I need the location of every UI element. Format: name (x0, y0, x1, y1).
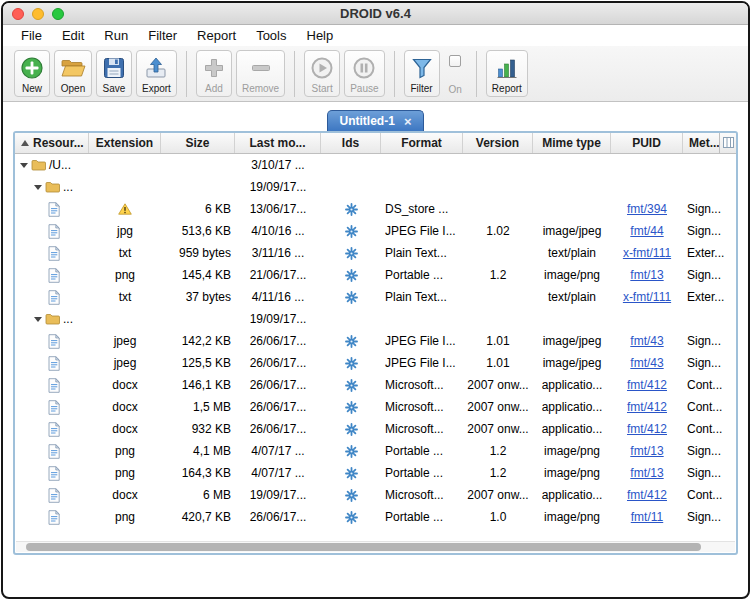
puid-link[interactable]: fmt/44 (630, 224, 663, 238)
column-header-format[interactable]: Format (381, 133, 463, 153)
column-header-resource[interactable]: Resour... (15, 133, 89, 153)
ids-cell (321, 352, 381, 374)
format-cell: JPEG File I... (381, 330, 463, 352)
puid-link[interactable]: fmt/412 (627, 400, 667, 414)
column-header-version[interactable]: Version (463, 133, 533, 153)
save-button[interactable]: Save (96, 50, 132, 97)
puid-link[interactable]: fmt/13 (630, 444, 663, 458)
file-row[interactable]: txt959 bytes3/11/16 ...Plain Text...text… (15, 242, 736, 264)
file-row[interactable]: jpg513,6 KB4/10/16 ...JPEG File I...1.02… (15, 220, 736, 242)
column-control-button[interactable] (719, 133, 736, 153)
file-row[interactable]: txt37 bytes4/11/16 ...Plain Text...text/… (15, 286, 736, 308)
puid-link[interactable]: x-fmt/111 (623, 246, 671, 260)
file-row[interactable]: 6 KB13/06/17...DS_store ...fmt/394Sign..… (15, 198, 736, 220)
export-button[interactable]: Export (136, 50, 177, 97)
table-body: /U...3/10/17 ......19/09/17...6 KB13/06/… (15, 154, 736, 541)
folder-row[interactable]: ...19/09/17... (15, 176, 736, 198)
size-cell: 125,5 KB (161, 352, 235, 374)
file-row[interactable]: docx146,1 KB26/06/17...Microsoft...2007 … (15, 374, 736, 396)
folder-row[interactable]: /U...3/10/17 ... (15, 154, 736, 176)
expand-arrow-icon[interactable] (20, 163, 28, 168)
menu-edit[interactable]: Edit (52, 28, 94, 43)
version-cell: 2007 onw... (463, 484, 533, 506)
checkbox-icon[interactable] (449, 55, 461, 67)
column-header-label: Extension (96, 136, 153, 150)
menu-help[interactable]: Help (297, 28, 344, 43)
column-header-label: Last mo... (249, 136, 305, 150)
file-row[interactable]: jpeg125,5 KB26/06/17...JPEG File I...1.0… (15, 352, 736, 374)
resource-cell (15, 462, 89, 484)
tab-untitled-1[interactable]: Untitled-1 × (327, 110, 425, 131)
column-header-last-modified[interactable]: Last mo... (235, 133, 321, 153)
column-header-ids[interactable]: Ids (321, 133, 381, 153)
last-modified-cell: 26/06/17... (235, 506, 321, 528)
size-cell: 932 KB (161, 418, 235, 440)
resource-name: /U... (49, 158, 71, 172)
column-header-size[interactable]: Size (161, 133, 235, 153)
method-cell: Exter... (683, 242, 736, 264)
puid-link[interactable]: fmt/13 (630, 466, 663, 480)
minimize-window-button[interactable] (32, 8, 44, 20)
version-cell (463, 154, 533, 176)
file-row[interactable]: png420,7 KB26/06/17...Portable ...1.0ima… (15, 506, 736, 528)
format-cell (381, 308, 463, 330)
method-cell: Sign... (683, 440, 736, 462)
file-row[interactable]: png145,4 KB21/06/17...Portable ...1.2ima… (15, 264, 736, 286)
size-cell: 142,2 KB (161, 330, 235, 352)
puid-link[interactable]: fmt/412 (627, 488, 667, 502)
ids-cell (321, 418, 381, 440)
puid-link[interactable]: fmt/412 (627, 378, 667, 392)
file-icon (48, 488, 60, 503)
menu-file[interactable]: File (11, 28, 52, 43)
file-row[interactable]: docx932 KB26/06/17...Microsoft...2007 on… (15, 418, 736, 440)
last-modified-cell: 13/06/17... (235, 198, 321, 220)
extension-cell: jpeg (89, 352, 161, 374)
extension-cell: png (89, 462, 161, 484)
file-row[interactable]: png4,1 MB4/07/17 ...Portable ...1.2image… (15, 440, 736, 462)
file-row[interactable]: jpeg142,2 KB26/06/17...JPEG File I...1.0… (15, 330, 736, 352)
file-row[interactable]: png164,3 KB4/07/17 ...Portable ...1.2ima… (15, 462, 736, 484)
new-button[interactable]: New (14, 50, 50, 97)
report-button[interactable]: Report (486, 50, 528, 97)
filter-button[interactable]: Filter (404, 50, 440, 97)
add-plus-icon (202, 54, 226, 81)
puid-link[interactable]: fmt/11 (631, 510, 663, 524)
puid-link[interactable]: fmt/394 (627, 202, 667, 216)
puid-link[interactable]: fmt/43 (630, 334, 663, 348)
titlebar[interactable]: DROID v6.4 (3, 3, 748, 25)
puid-link[interactable]: fmt/13 (630, 268, 663, 282)
file-row[interactable]: docx1,5 MB26/06/17...Microsoft...2007 on… (15, 396, 736, 418)
menu-tools[interactable]: Tools (246, 28, 296, 43)
menu-filter[interactable]: Filter (138, 28, 187, 43)
menu-run[interactable]: Run (94, 28, 138, 43)
file-row[interactable]: docx6 MB19/09/17...Microsoft...2007 onw.… (15, 484, 736, 506)
file-icon (48, 400, 60, 415)
start-play-icon (310, 54, 334, 81)
method-cell: Sign... (683, 352, 736, 374)
tab-close-icon[interactable]: × (404, 115, 412, 128)
expand-arrow-icon[interactable] (34, 317, 42, 322)
export-icon (144, 54, 168, 81)
column-header-mime-type[interactable]: Mime type (533, 133, 611, 153)
mime-type-cell: image/png (533, 506, 611, 528)
puid-link[interactable]: fmt/43 (630, 356, 663, 370)
zoom-window-button[interactable] (52, 8, 64, 20)
close-window-button[interactable] (12, 8, 24, 20)
folder-row[interactable]: ...19/09/17... (15, 308, 736, 330)
scrollbar-thumb[interactable] (26, 543, 701, 551)
resource-cell (15, 484, 89, 506)
size-cell: 4,1 MB (161, 440, 235, 462)
open-button[interactable]: Open (54, 50, 92, 97)
column-header-puid[interactable]: PUID (611, 133, 683, 153)
size-cell: 1,5 MB (161, 396, 235, 418)
puid-link[interactable]: x-fmt/111 (623, 290, 671, 304)
ids-cell (321, 330, 381, 352)
menu-report[interactable]: Report (187, 28, 246, 43)
column-header-extension[interactable]: Extension (89, 133, 161, 153)
expand-arrow-icon[interactable] (34, 185, 42, 190)
horizontal-scrollbar[interactable] (16, 541, 735, 552)
toolbar-button-label: Report (492, 83, 522, 94)
puid-link[interactable]: fmt/412 (627, 422, 667, 436)
filter-on-toggle[interactable]: On (447, 50, 464, 97)
extension-cell: docx (89, 396, 161, 418)
